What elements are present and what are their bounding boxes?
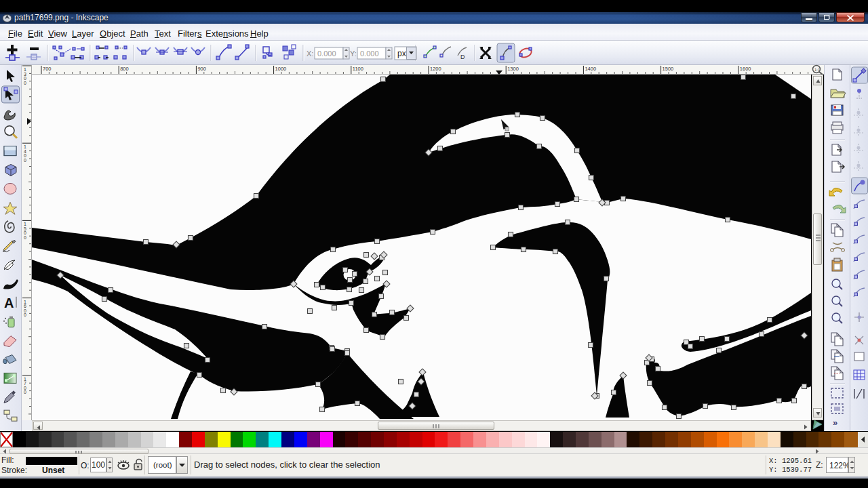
svg-text:0: 0 bbox=[24, 158, 26, 163]
svg-text:0: 0 bbox=[24, 235, 26, 240]
svg-text:700: 700 bbox=[43, 66, 52, 72]
svg-text:0.000: 0.000 bbox=[317, 49, 336, 58]
svg-text:1200: 1200 bbox=[430, 66, 441, 72]
svg-text:1400: 1400 bbox=[585, 66, 596, 72]
svg-text:1300: 1300 bbox=[507, 66, 519, 72]
svg-text:X:: X: bbox=[307, 49, 313, 58]
svg-text:px: px bbox=[397, 49, 406, 58]
svg-text:800: 800 bbox=[120, 66, 129, 72]
svg-text:0: 0 bbox=[24, 81, 26, 85]
svg-text:1500: 1500 bbox=[663, 66, 674, 72]
svg-text:0: 0 bbox=[24, 312, 26, 317]
svg-text:1100: 1100 bbox=[353, 66, 363, 72]
svg-text:1:1: 1:1 bbox=[814, 68, 821, 72]
svg-text:D: D bbox=[460, 54, 465, 60]
svg-text:Y:: Y: bbox=[350, 49, 357, 58]
svg-text:1600: 1600 bbox=[740, 66, 751, 72]
svg-text:0.000: 0.000 bbox=[360, 49, 379, 58]
svg-text:»: » bbox=[833, 418, 837, 428]
svg-text:900: 900 bbox=[197, 66, 206, 72]
svg-text:1000: 1000 bbox=[275, 66, 287, 72]
svg-text:A: A bbox=[4, 296, 14, 310]
svg-text:0: 0 bbox=[24, 390, 26, 394]
